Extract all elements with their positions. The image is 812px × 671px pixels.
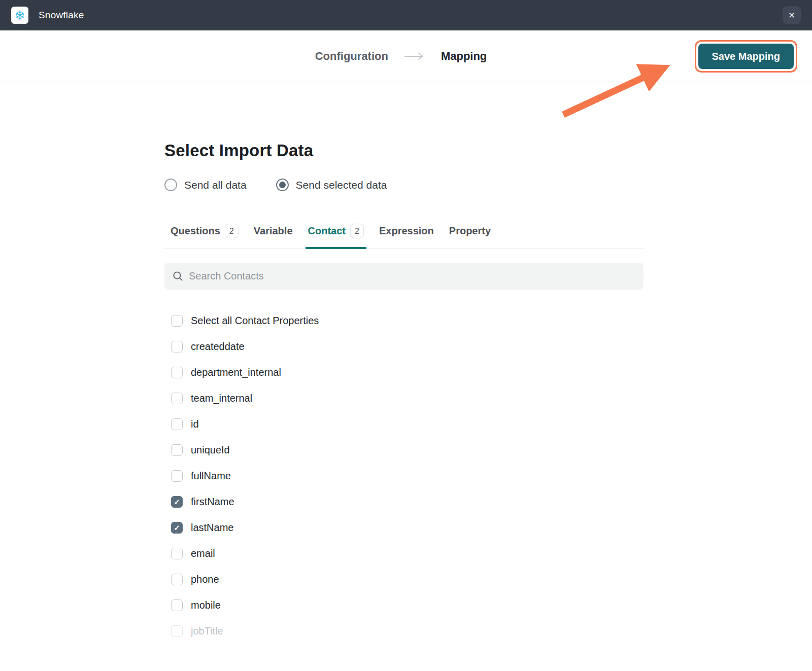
tab-expression[interactable]: Expression bbox=[379, 224, 434, 249]
property-label: department_internal bbox=[191, 367, 281, 378]
property-label: lastName bbox=[191, 522, 233, 534]
property-row-select-all[interactable]: Select all Contact Properties bbox=[171, 308, 644, 334]
property-row-email[interactable]: email bbox=[171, 541, 644, 567]
snowflake-logo: ❄ bbox=[11, 7, 28, 24]
app-name: Snowflake bbox=[39, 10, 84, 21]
save-mapping-highlight-ring: Save Mapping bbox=[695, 40, 797, 73]
property-row-mobile[interactable]: mobile bbox=[171, 592, 644, 618]
checkbox[interactable] bbox=[171, 418, 183, 430]
search-contacts-input[interactable] bbox=[189, 270, 635, 282]
radio-label: Send all data bbox=[184, 179, 247, 191]
checkbox[interactable] bbox=[171, 625, 183, 637]
property-label: id bbox=[191, 418, 199, 430]
checkbox[interactable] bbox=[171, 315, 183, 327]
search-icon bbox=[173, 271, 183, 281]
tab-questions[interactable]: Questions 2 bbox=[171, 224, 239, 249]
tab-label: Contact bbox=[308, 225, 346, 237]
property-row-firstname[interactable]: firstName bbox=[171, 489, 644, 515]
checkbox[interactable] bbox=[171, 393, 183, 404]
property-row-fullname[interactable]: fullName bbox=[171, 463, 644, 489]
radio-label: Send selected data bbox=[296, 179, 387, 191]
radio-send-all-data[interactable]: Send all data bbox=[164, 179, 247, 191]
property-row-department-internal[interactable]: department_internal bbox=[171, 360, 644, 385]
tab-count-badge: 2 bbox=[225, 224, 239, 238]
tab-label: Expression bbox=[379, 225, 434, 237]
snowflake-icon: ❄ bbox=[15, 9, 25, 22]
radio-send-selected-data[interactable]: Send selected data bbox=[276, 179, 387, 191]
property-label: team_internal bbox=[191, 393, 252, 404]
checkbox[interactable] bbox=[171, 496, 183, 508]
tab-label: Questions bbox=[171, 225, 220, 237]
tab-contact[interactable]: Contact 2 bbox=[308, 224, 364, 249]
property-label: phone bbox=[191, 574, 219, 585]
page-title: Select Import Data bbox=[164, 141, 644, 160]
property-row-uniqueid[interactable]: uniqueId bbox=[171, 437, 644, 463]
property-label: createddate bbox=[191, 341, 245, 352]
close-icon: ✕ bbox=[788, 10, 795, 21]
wizard-header: Configuration Mapping Save Mapping bbox=[0, 30, 812, 82]
property-row-createddate[interactable]: createddate bbox=[171, 334, 644, 360]
property-row-team-internal[interactable]: team_internal bbox=[171, 385, 644, 411]
property-row-lastname[interactable]: lastName bbox=[171, 515, 644, 541]
radio-circle[interactable] bbox=[164, 179, 177, 191]
property-label: jobTitle bbox=[191, 625, 223, 637]
step-mapping[interactable]: Mapping bbox=[441, 50, 487, 63]
source-tabs: Questions 2 Variable Contact 2 Expressio… bbox=[164, 224, 644, 249]
radio-circle[interactable] bbox=[276, 179, 289, 191]
property-row-jobtitle[interactable]: jobTitle bbox=[171, 618, 644, 644]
checkbox[interactable] bbox=[171, 470, 183, 482]
step-arrow-icon bbox=[403, 52, 426, 61]
checkbox[interactable] bbox=[171, 341, 183, 352]
tab-property[interactable]: Property bbox=[449, 224, 491, 249]
tab-label: Variable bbox=[254, 225, 293, 237]
save-mapping-button[interactable]: Save Mapping bbox=[698, 44, 794, 69]
property-label: firstName bbox=[191, 496, 234, 508]
property-label: uniqueId bbox=[191, 444, 230, 456]
search-bar bbox=[164, 263, 644, 290]
property-label: mobile bbox=[191, 599, 221, 611]
topbar: ❄ Snowflake ✕ bbox=[0, 0, 812, 30]
step-configuration[interactable]: Configuration bbox=[315, 50, 388, 63]
tab-label: Property bbox=[449, 225, 491, 237]
main-content: Select Import Data Send all data Send se… bbox=[164, 82, 644, 644]
property-row-phone[interactable]: phone bbox=[171, 567, 644, 592]
tab-variable[interactable]: Variable bbox=[254, 224, 293, 249]
property-row-id[interactable]: id bbox=[171, 411, 644, 437]
property-label: Select all Contact Properties bbox=[191, 315, 319, 327]
checkbox[interactable] bbox=[171, 574, 183, 585]
checkbox[interactable] bbox=[171, 522, 183, 534]
checkbox[interactable] bbox=[171, 367, 183, 378]
property-label: email bbox=[191, 548, 215, 559]
checkbox[interactable] bbox=[171, 444, 183, 456]
breadcrumb: Configuration Mapping bbox=[315, 50, 487, 63]
close-button[interactable]: ✕ bbox=[783, 6, 801, 24]
checkbox[interactable] bbox=[171, 599, 183, 611]
contact-properties-list: Select all Contact Properties createddat… bbox=[164, 308, 644, 644]
send-data-radio-group: Send all data Send selected data bbox=[164, 179, 644, 191]
property-label: fullName bbox=[191, 470, 231, 482]
checkbox[interactable] bbox=[171, 548, 183, 559]
tab-count-badge: 2 bbox=[350, 224, 364, 238]
